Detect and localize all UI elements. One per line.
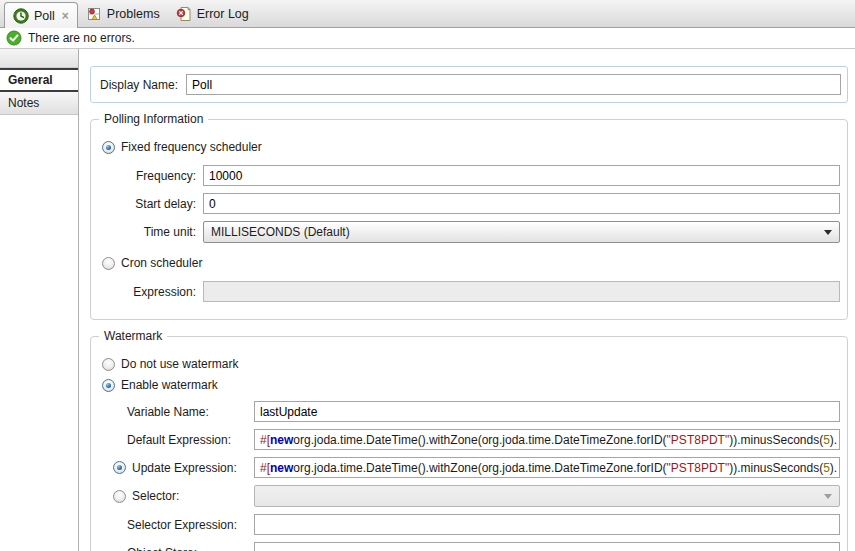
properties-sidebar: General Notes xyxy=(0,49,79,551)
sidebar-spacer xyxy=(0,49,78,68)
validation-status-bar: There are no errors. xyxy=(0,28,855,49)
clock-icon xyxy=(13,8,29,24)
close-icon[interactable]: × xyxy=(62,9,69,23)
frequency-input[interactable] xyxy=(203,165,840,186)
frequency-label: Frequency: xyxy=(96,169,196,183)
check-icon xyxy=(6,30,22,46)
editor-tab-bar: Poll × Problems Error Log xyxy=(0,0,855,28)
default-expression-input[interactable]: #[new org.joda.time.DateTime().withZone(… xyxy=(254,429,840,450)
update-expression-input[interactable]: #[new org.joda.time.DateTime().withZone(… xyxy=(254,457,840,478)
tab-problems[interactable]: Problems xyxy=(78,0,168,27)
selector-expression-label: Selector Expression: xyxy=(96,518,254,532)
display-name-panel: Display Name: xyxy=(90,66,848,103)
fixed-frequency-radio[interactable] xyxy=(102,141,115,154)
watermark-group: Watermark Do not use watermark Enable wa… xyxy=(90,336,848,551)
cron-scheduler-label: Cron scheduler xyxy=(121,256,202,270)
start-delay-input[interactable] xyxy=(203,193,840,214)
status-message: There are no errors. xyxy=(28,31,135,45)
selector-expression-input[interactable] xyxy=(254,514,840,535)
group-title: Watermark xyxy=(99,329,167,343)
selector-dropdown xyxy=(254,485,840,507)
update-expression-radio[interactable] xyxy=(113,461,126,474)
chevron-down-icon xyxy=(824,230,832,235)
sidebar-item-general[interactable]: General xyxy=(0,68,78,92)
object-store-input[interactable] xyxy=(254,542,840,551)
display-name-label: Display Name: xyxy=(100,78,178,92)
object-store-label: Object Store: xyxy=(96,546,254,551)
chevron-down-icon xyxy=(824,494,832,499)
variable-name-input[interactable] xyxy=(254,401,840,422)
no-watermark-label: Do not use watermark xyxy=(121,357,238,371)
tab-poll[interactable]: Poll × xyxy=(4,2,78,28)
cron-scheduler-radio[interactable] xyxy=(102,257,115,270)
update-expression-label: Update Expression: xyxy=(132,461,237,475)
problems-icon xyxy=(86,6,102,22)
properties-main-panel: Display Name: Polling Information Fixed … xyxy=(79,49,855,551)
sidebar-item-notes[interactable]: Notes xyxy=(0,92,78,115)
cron-expression-input xyxy=(203,281,840,302)
tab-error-log[interactable]: Error Log xyxy=(168,0,257,27)
start-delay-label: Start delay: xyxy=(96,197,196,211)
selector-radio[interactable] xyxy=(113,490,126,503)
enable-watermark-label: Enable watermark xyxy=(121,378,218,392)
tab-label: Problems xyxy=(107,7,160,21)
default-expression-label: Default Expression: xyxy=(96,433,254,447)
tab-label: Error Log xyxy=(197,7,249,21)
tab-label: Poll xyxy=(34,9,55,23)
cron-expression-label: Expression: xyxy=(96,285,196,299)
polling-information-group: Polling Information Fixed frequency sche… xyxy=(90,119,848,320)
fixed-frequency-label: Fixed frequency scheduler xyxy=(121,140,262,154)
error-log-icon xyxy=(176,6,192,22)
enable-watermark-radio[interactable] xyxy=(102,379,115,392)
no-watermark-radio[interactable] xyxy=(102,358,115,371)
display-name-input[interactable] xyxy=(186,74,841,95)
group-title: Polling Information xyxy=(99,112,208,126)
time-unit-label: Time unit: xyxy=(96,225,196,239)
variable-name-label: Variable Name: xyxy=(96,405,254,419)
time-unit-value: MILLISECONDS (Default) xyxy=(211,225,350,239)
time-unit-dropdown[interactable]: MILLISECONDS (Default) xyxy=(203,221,840,243)
selector-label: Selector: xyxy=(132,489,179,503)
